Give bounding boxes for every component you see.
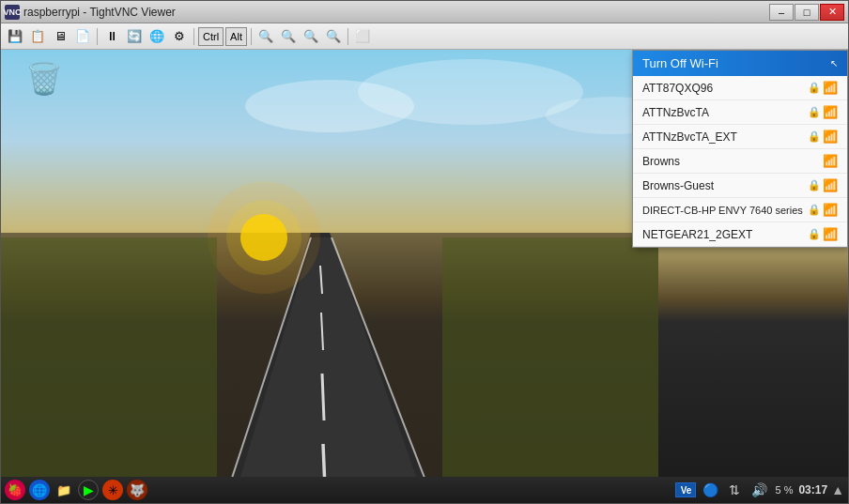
tb-sep2 bbox=[193, 28, 194, 45]
svg-rect-15 bbox=[1, 237, 217, 503]
network-item-6[interactable]: NETGEAR21_2GEXT 🔒 📶 bbox=[633, 222, 847, 247]
network-item-0[interactable]: ATT87QXQ96 🔒 📶 bbox=[633, 76, 847, 100]
network-item-4[interactable]: Browns-Guest 🔒 📶 bbox=[633, 174, 847, 198]
network-name-0: ATT87QXQ96 bbox=[642, 82, 808, 95]
app-icon: VNC bbox=[5, 5, 20, 20]
network-item-2[interactable]: ATTNzBvcTA_EXT 🔒 📶 bbox=[633, 125, 847, 149]
network-name-3: Browns bbox=[642, 155, 823, 168]
tb-alt[interactable]: Alt bbox=[225, 27, 247, 46]
svg-point-14 bbox=[208, 181, 320, 294]
tb-zoomin[interactable]: 🔍 bbox=[255, 26, 276, 47]
network-icons-1: 🔒 📶 bbox=[808, 105, 838, 119]
wifi-turn-off-button[interactable]: Turn Off Wi-Fi ↖ bbox=[633, 51, 847, 76]
tb-doc[interactable]: 📄 bbox=[72, 26, 93, 47]
tb-zoomout[interactable]: 🔍 bbox=[278, 26, 299, 47]
tb-gear[interactable]: ⚙ bbox=[169, 26, 190, 47]
signal-icon-4: 📶 bbox=[823, 178, 838, 192]
maximize-button[interactable]: □ bbox=[795, 4, 819, 21]
network-icons-5: 🔒 📶 bbox=[808, 203, 838, 217]
svg-rect-16 bbox=[442, 237, 658, 503]
network-icons-6: 🔒 📶 bbox=[808, 227, 838, 241]
lock-icon-1: 🔒 bbox=[808, 106, 821, 118]
title-bar-left: VNC raspberrypi - TightVNC Viewer bbox=[5, 5, 176, 20]
network-icons-3: 📶 bbox=[823, 154, 838, 168]
network-item-1[interactable]: ATTNzBvcTA 🔒 📶 bbox=[633, 100, 847, 125]
minimize-button[interactable]: – bbox=[769, 4, 794, 21]
tb-zoomreset[interactable]: 🔍 bbox=[323, 26, 344, 47]
taskbar-asterisk-icon[interactable]: ✳ bbox=[102, 480, 123, 500]
taskbar-folder-icon[interactable]: 📁 bbox=[54, 480, 74, 500]
desktop-area: 🍓 🌐 📁 ▶ ✳ 🐺 Ve 🔵 ⇅ 🔊 5 % 03:17 ▲ 🗑️ bbox=[1, 50, 848, 503]
network-icons-4: 🔒 📶 bbox=[808, 178, 838, 192]
tb-globe[interactable]: 🌐 bbox=[147, 26, 167, 47]
taskbar-left: 🍓 🌐 📁 ▶ ✳ 🐺 bbox=[5, 480, 147, 500]
signal-icon-2: 📶 bbox=[823, 130, 838, 144]
title-bar: VNC raspberrypi - TightVNC Viewer – □ ✕ bbox=[1, 1, 848, 23]
network-icons-0: 🔒 📶 bbox=[808, 81, 838, 95]
taskbar-wolf-icon[interactable]: 🐺 bbox=[127, 480, 147, 500]
tb-save[interactable]: 💾 bbox=[5, 26, 25, 47]
trash-symbol: 🗑️ bbox=[25, 61, 63, 97]
cursor-indicator: ↖ bbox=[830, 58, 838, 69]
tb-sep3 bbox=[251, 28, 252, 45]
tb-sep4 bbox=[347, 28, 348, 45]
taskbar-globe-icon[interactable]: 🌐 bbox=[29, 480, 50, 500]
network-name-1: ATTNzBvcTA bbox=[642, 106, 808, 119]
network-name-5: DIRECT-CB-HP ENVY 7640 series bbox=[642, 205, 808, 216]
network-arrows-icon[interactable]: ⇅ bbox=[724, 480, 745, 500]
network-icons-2: 🔒 📶 bbox=[808, 130, 838, 144]
tb-pause[interactable]: ⏸ bbox=[101, 26, 122, 47]
network-item-5[interactable]: DIRECT-CB-HP ENVY 7640 series 🔒 📶 bbox=[633, 198, 847, 222]
close-button[interactable]: ✕ bbox=[820, 4, 844, 21]
toolbar: 💾 📋 🖥 📄 ⏸ 🔄 🌐 ⚙ Ctrl Alt 🔍 🔍 🔍 🔍 ⬜ bbox=[1, 23, 848, 50]
tb-screen[interactable]: 🖥 bbox=[50, 26, 70, 47]
taskbar-tray: Ve 🔵 ⇅ 🔊 5 % 03:17 ▲ bbox=[675, 477, 844, 503]
taskbar: 🍓 🌐 📁 ▶ ✳ 🐺 Ve 🔵 ⇅ 🔊 5 % 03:17 ▲ bbox=[1, 477, 848, 503]
wifi-header-text: Turn Off Wi-Fi bbox=[642, 56, 718, 70]
lock-icon-4: 🔒 bbox=[808, 179, 821, 191]
lock-icon-6: 🔒 bbox=[808, 228, 821, 240]
window-controls: – □ ✕ bbox=[769, 4, 844, 21]
network-name-4: Browns-Guest bbox=[642, 179, 808, 192]
network-item-3[interactable]: Browns 📶 bbox=[633, 149, 847, 174]
lock-icon-0: 🔒 bbox=[808, 82, 821, 94]
trash-icon[interactable]: 🗑️ bbox=[22, 61, 67, 97]
tb-fullscreen[interactable]: ⬜ bbox=[352, 26, 373, 47]
tb-sep1 bbox=[97, 28, 98, 45]
taskbar-terminal-icon[interactable]: ▶ bbox=[78, 480, 99, 500]
tray-expand-icon[interactable]: ▲ bbox=[831, 482, 844, 497]
signal-icon-1: 📶 bbox=[823, 105, 838, 119]
tb-zoomfit[interactable]: 🔍 bbox=[301, 26, 321, 47]
lock-icon-2: 🔒 bbox=[808, 130, 821, 143]
network-name-6: NETGEAR21_2GEXT bbox=[642, 228, 808, 241]
signal-icon-6: 📶 bbox=[823, 227, 838, 241]
signal-icon-5: 📶 bbox=[823, 203, 838, 217]
window-title: raspberrypi - TightVNC Viewer bbox=[23, 6, 176, 19]
clock: 03:17 bbox=[798, 483, 827, 496]
bluetooth-icon[interactable]: 🔵 bbox=[700, 480, 720, 500]
lock-icon-5: 🔒 bbox=[808, 204, 821, 216]
wifi-dropdown-menu[interactable]: Turn Off Wi-Fi ↖ ATT87QXQ96 🔒 📶 ATTNzBvc… bbox=[632, 50, 848, 248]
signal-icon-3: 📶 bbox=[823, 154, 838, 168]
vnc-badge[interactable]: Ve bbox=[675, 482, 696, 497]
taskbar-raspberry-icon[interactable]: 🍓 bbox=[5, 480, 25, 500]
signal-icon-0: 📶 bbox=[823, 81, 838, 95]
tb-clipboard[interactable]: 📋 bbox=[27, 26, 48, 47]
volume-icon[interactable]: 🔊 bbox=[749, 480, 769, 500]
tb-refresh[interactable]: 🔄 bbox=[124, 26, 145, 47]
network-name-2: ATTNzBvcTA_EXT bbox=[642, 130, 808, 144]
tb-ctrl[interactable]: Ctrl bbox=[198, 27, 224, 46]
main-window: VNC raspberrypi - TightVNC Viewer – □ ✕ … bbox=[0, 0, 849, 504]
battery-text: 5 % bbox=[773, 484, 795, 496]
svg-line-8 bbox=[322, 374, 324, 420]
